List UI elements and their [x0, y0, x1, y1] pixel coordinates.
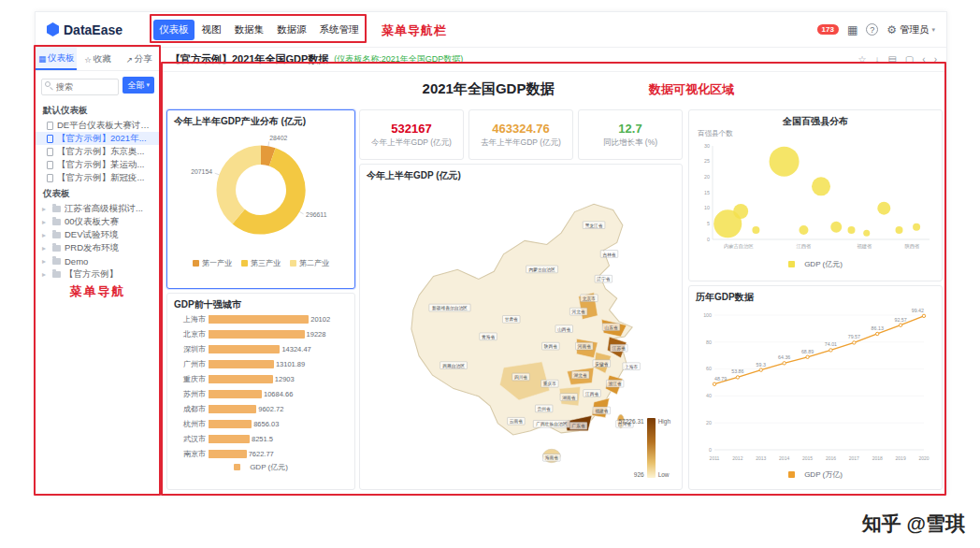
collapse-icon[interactable]: ‹: [922, 54, 925, 65]
caret-right-icon[interactable]: ▸: [42, 270, 49, 279]
breadcrumb-note: (仪表板名称:2021年全国GDP数据): [334, 53, 463, 65]
kpi-card[interactable]: 463324.76去年上半年GDP (亿元): [468, 109, 573, 160]
scale-low-label: Low: [658, 471, 670, 478]
bar-row-杭州市[interactable]: 杭州市8656.03: [174, 416, 348, 431]
panel-top-cities[interactable]: GDP前十强城市 上海市20102北京市19228深圳市14324.47广州市1…: [166, 293, 355, 490]
panel-industry-donut[interactable]: 今年上半年GDP产业分布 (亿元) 28402296611207154 第一产业…: [166, 109, 355, 289]
svg-text:207154: 207154: [191, 168, 212, 175]
svg-text:吉林省: 吉林省: [602, 252, 615, 257]
svg-text:10: 10: [704, 205, 710, 210]
kpi-row: 532167今年上半年GDP (亿元)463324.76去年上半年GDP (亿元…: [359, 109, 683, 160]
bar-row-苏州市[interactable]: 苏州市10684.66: [174, 386, 348, 401]
legend-swatch: [788, 261, 795, 267]
svg-text:2019: 2019: [896, 455, 906, 461]
bar-row-北京市[interactable]: 北京市19228: [174, 326, 348, 341]
sidebar-tab-仪表板[interactable]: ▦仪表板: [36, 48, 77, 70]
expand-icon[interactable]: ›: [934, 54, 937, 65]
dashboard-icon: [47, 148, 53, 156]
sidebar-folder-item[interactable]: ▸PRD发布环境: [36, 241, 160, 254]
sidebar-folder-item[interactable]: ▸【官方示例】: [36, 267, 160, 281]
line-legend: GDP (万亿): [696, 469, 935, 480]
fullscreen-icon[interactable]: ▢: [905, 54, 914, 65]
nav-item-数据源[interactable]: 数据源: [271, 20, 312, 40]
bar-row-成都市[interactable]: 成都市9602.72: [174, 401, 348, 416]
nav-item-视图[interactable]: 视图: [196, 20, 227, 40]
svg-text:59.3: 59.3: [757, 362, 766, 368]
nav-item-数据集[interactable]: 数据集: [229, 20, 270, 40]
sidebar-folder-item[interactable]: ▸00仪表板大赛: [36, 215, 160, 228]
legend-swatch: [788, 471, 795, 478]
svg-text:甘肃省: 甘肃省: [505, 317, 518, 322]
caret-down-icon: ▾: [931, 26, 935, 34]
favorite-icon[interactable]: ☆: [858, 54, 866, 65]
sidebar-dashboard-item[interactable]: 【官方示例】某运动...: [36, 158, 160, 171]
legend-item[interactable]: 第二产业: [290, 258, 329, 268]
svg-text:新疆维吾尔自治区: 新疆维吾尔自治区: [432, 305, 468, 311]
user-menu[interactable]: ⚙ 管理员 ▾: [886, 23, 935, 36]
svg-text:内蒙古自治区: 内蒙古自治区: [724, 243, 754, 250]
help-icon[interactable]: ?: [866, 23, 878, 36]
item-label: 【官方示例】东京奥...: [57, 146, 156, 158]
item-label: 【官方示例】新冠疫...: [57, 172, 156, 184]
svg-text:海南省: 海南省: [545, 455, 558, 460]
bar-row-深圳市[interactable]: 深圳市14324.47: [174, 341, 348, 356]
panel-gdp-trend[interactable]: 历年GDP数据 02040608010020112012201320142015…: [688, 285, 943, 490]
export-icon[interactable]: ↓: [874, 54, 879, 65]
bar-row-广州市[interactable]: 广州市13101.89: [174, 356, 348, 371]
caret-right-icon[interactable]: ▸: [42, 231, 49, 239]
sidebar-folder-item[interactable]: ▸DEV试验环境: [36, 228, 160, 241]
scope-filter-button[interactable]: 全部 ▾: [122, 77, 154, 94]
svg-text:湖南省: 湖南省: [562, 396, 575, 400]
top-cities-bars: 上海市20102北京市19228深圳市14324.47广州市13101.89重庆…: [174, 311, 348, 461]
svg-text:60: 60: [706, 366, 712, 371]
caret-right-icon[interactable]: ▸: [42, 244, 49, 252]
kpi-card[interactable]: 532167今年上半年GDP (亿元): [359, 109, 464, 160]
caret-right-icon[interactable]: ▸: [42, 257, 49, 266]
bar-row-上海市[interactable]: 上海市20102: [174, 311, 348, 326]
bar-row-武汉市[interactable]: 武汉市8251.5: [174, 431, 348, 446]
share-icon: ↗: [126, 55, 133, 65]
sidebar-tab-收藏[interactable]: ☆收藏: [77, 48, 118, 70]
china-map-svg: 新疆维吾尔自治区西藏自治区青海省甘肃省内蒙古自治区黑龙江省吉林省辽宁省北京市河北…: [397, 193, 644, 473]
svg-text:陕西省: 陕西省: [544, 343, 557, 350]
svg-text:2020: 2020: [918, 455, 929, 461]
brand-logo[interactable]: DataEase: [47, 22, 148, 37]
folder-icon: [52, 232, 61, 238]
svg-text:2013: 2013: [756, 455, 766, 461]
search-box: [41, 77, 119, 95]
sidebar-group-title: 默认仪表板: [36, 101, 160, 119]
dashboard-icon: [47, 161, 53, 169]
caret-right-icon[interactable]: ▸: [42, 218, 49, 226]
bar-row-南京市[interactable]: 南京市7622.77: [174, 446, 348, 461]
legend-item[interactable]: 第一产业: [193, 258, 232, 268]
sidebar-dashboard-item[interactable]: 【官方示例】新冠疫...: [36, 171, 160, 184]
svg-text:山东省: 山东省: [604, 324, 617, 330]
annotation-sidebar-label: 菜单导航: [36, 283, 160, 300]
svg-text:2017: 2017: [849, 455, 859, 461]
sidebar-tab-分享[interactable]: ↗分享: [119, 48, 160, 70]
panel-top-counties[interactable]: 全国百强县分布 百强县个数 051015202530内蒙古自治区江西省福建省陕西…: [688, 109, 943, 281]
kpi-card[interactable]: 12.7同比增长率 (%): [578, 109, 683, 160]
notification-badge[interactable]: 173: [817, 24, 839, 35]
layout-icon[interactable]: ▤: [887, 54, 896, 65]
kpi-label: 今年上半年GDP (亿元): [371, 137, 452, 149]
caret-right-icon[interactable]: ▸: [42, 205, 49, 213]
sidebar-dashboard-item[interactable]: 【官方示例】东京奥...: [36, 145, 160, 158]
nav-item-仪表板[interactable]: 仪表板: [153, 20, 195, 40]
dataease-app: DataEase 仪表板视图数据集数据源系统管理 173 ▦ ? ⚙ 管理员 ▾…: [35, 11, 947, 495]
legend-item[interactable]: 第三产业: [241, 258, 281, 268]
item-label: 【官方示例】2021年...: [57, 133, 156, 145]
search-input[interactable]: [41, 79, 119, 95]
apps-icon[interactable]: ▦: [847, 23, 858, 36]
sidebar-dashboard-item[interactable]: 【官方示例】2021年...: [36, 132, 160, 145]
panel-china-map[interactable]: 今年上半年GDP (亿元): [359, 164, 683, 490]
sidebar-folder-item[interactable]: ▸江苏省高级模拟讨...: [36, 202, 160, 215]
svg-text:20: 20: [706, 420, 712, 425]
sidebar-dashboard-item[interactable]: DE平台仪表板大赛讨论展: [36, 119, 160, 132]
nav-item-系统管理[interactable]: 系统管理: [314, 20, 365, 40]
bar-row-重庆市[interactable]: 重庆市12903: [174, 371, 348, 386]
legend-label: GDP (亿元): [804, 259, 843, 269]
svg-text:北京市: 北京市: [583, 296, 596, 302]
sidebar-search-row: 全部 ▾: [36, 71, 160, 101]
sidebar-folder-item[interactable]: ▸Demo: [36, 254, 160, 267]
